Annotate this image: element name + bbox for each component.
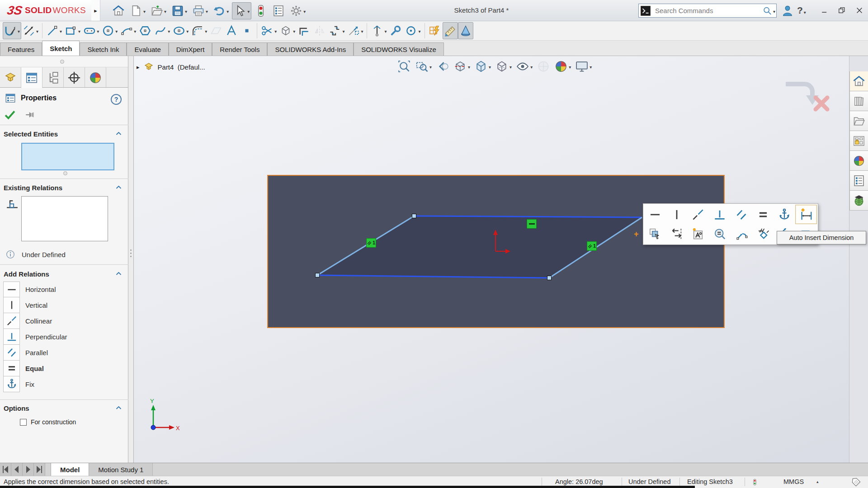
parallel-relation-badge[interactable]: 1 — [587, 241, 597, 251]
home-button[interactable] — [110, 2, 127, 19]
select-cursor-button[interactable] — [232, 2, 251, 19]
sketch-plane[interactable] — [267, 175, 725, 328]
settings-gear-button[interactable] — [288, 2, 307, 19]
dropdown-arrow-icon[interactable] — [247, 8, 250, 14]
chevron-up-icon[interactable] — [115, 404, 123, 412]
display-manager-tab-button[interactable] — [85, 67, 106, 88]
point-button[interactable] — [239, 22, 255, 39]
tag-icon[interactable] — [851, 477, 861, 488]
parallel-relation-button[interactable] — [731, 205, 752, 224]
convert-entities-button[interactable] — [278, 22, 297, 39]
menu-expander-arrow-icon[interactable] — [91, 0, 100, 21]
fillet-button[interactable] — [190, 22, 208, 39]
minimize-button[interactable] — [825, 43, 834, 52]
previous-view-button[interactable] — [435, 59, 450, 74]
dropdown-arrow-icon[interactable] — [418, 28, 420, 34]
dropdown-arrow-icon[interactable] — [186, 28, 189, 34]
sketch-tab[interactable]: Sketch — [42, 41, 80, 56]
plane-button[interactable] — [208, 22, 224, 39]
model-tab[interactable]: Model — [51, 463, 89, 476]
dimxpert-tab[interactable]: DimXpert — [169, 42, 212, 56]
cancel-sketch-x-icon[interactable] — [816, 98, 827, 109]
dropdown-arrow-icon[interactable] — [60, 28, 62, 34]
dropdown-arrow-icon[interactable] — [143, 8, 146, 14]
dropdown-arrow-icon[interactable] — [293, 28, 295, 34]
shaded-contours-button[interactable] — [458, 22, 473, 39]
dropdown-arrow-icon[interactable] — [509, 63, 512, 70]
restore-button[interactable] — [840, 43, 849, 52]
list-item[interactable] — [22, 153, 113, 162]
pin-icon[interactable] — [24, 109, 36, 121]
exit-sketch-arrow-icon[interactable] — [786, 84, 819, 105]
list-resize-handle[interactable] — [63, 171, 67, 175]
collinear-relation-button[interactable] — [688, 205, 709, 224]
dropdown-arrow-icon[interactable] — [569, 63, 571, 70]
equal-relation-button[interactable]: Equal — [3, 361, 67, 376]
rectangle-button[interactable] — [63, 22, 82, 39]
dropdown-arrow-icon[interactable] — [361, 28, 363, 34]
solidworks-visualize-tab[interactable]: SOLIDWORKS Visualize — [354, 42, 444, 56]
window-close-button[interactable] — [851, 0, 868, 21]
instant2d-button[interactable] — [443, 22, 458, 39]
configuration-manager-tab-button[interactable] — [42, 67, 64, 88]
dropdown-arrow-icon[interactable] — [429, 63, 432, 70]
nav-prev-button[interactable] — [11, 463, 23, 476]
dropdown-arrow-icon[interactable] — [226, 8, 229, 14]
dropdown-arrow-icon[interactable] — [168, 28, 170, 34]
window-restore-button[interactable] — [834, 0, 850, 21]
custom-properties-button[interactable] — [849, 171, 868, 191]
help-dropdown-arrow-icon[interactable] — [804, 6, 806, 15]
dropdown-arrow-icon[interactable] — [164, 8, 166, 14]
pin-pane-button[interactable] — [809, 43, 818, 52]
dropdown-arrow-icon[interactable] — [206, 8, 208, 14]
close-button[interactable] — [855, 43, 864, 52]
equal-relation-button[interactable] — [752, 205, 774, 224]
curved-arrow-button[interactable] — [731, 224, 752, 244]
nav-last-button[interactable] — [34, 463, 45, 476]
list-item[interactable] — [22, 144, 113, 153]
dropdown-arrow-icon[interactable] — [590, 63, 592, 70]
help-button[interactable]: ? — [797, 3, 806, 18]
dropdown-arrow-icon[interactable] — [97, 28, 99, 34]
sketch-button[interactable] — [3, 22, 21, 39]
trim-button[interactable] — [259, 22, 278, 39]
perpendicular-relation-button[interactable]: Perpendicular — [3, 329, 67, 345]
perpendicular-relation-button[interactable] — [709, 205, 731, 224]
display-style-button[interactable] — [495, 59, 512, 74]
section-view-button[interactable] — [453, 59, 471, 74]
view-orientation-button[interactable] — [474, 59, 491, 74]
arc-button[interactable] — [119, 22, 137, 39]
zoom-fit-button[interactable] — [397, 59, 411, 74]
property-manager-tab-button[interactable] — [21, 67, 42, 88]
graphics-viewport[interactable]: Part4 (Defaul... — [134, 56, 849, 463]
horizontal-relation-button[interactable] — [644, 205, 666, 224]
offset-button[interactable] — [297, 22, 312, 39]
slot-button[interactable] — [82, 22, 100, 39]
magnifier-equal-button[interactable] — [709, 224, 731, 244]
resources-globe-button[interactable] — [849, 191, 868, 211]
dropdown-arrow-icon[interactable] — [205, 28, 207, 34]
breadcrumb[interactable]: Part4 (Defaul... — [137, 61, 205, 72]
window-minimize-button[interactable] — [816, 0, 833, 21]
dimxpert-manager-tab-button[interactable] — [64, 67, 85, 88]
polygon-button[interactable] — [137, 22, 153, 39]
user-account-icon[interactable] — [781, 4, 794, 17]
smart-dimension-button[interactable] — [21, 22, 40, 39]
dropdown-arrow-icon[interactable] — [530, 63, 533, 70]
existing-relations-list[interactable] — [21, 196, 108, 241]
panel-help-button[interactable]: ? — [111, 94, 122, 105]
resources-books-button[interactable] — [849, 91, 868, 111]
dropdown-arrow-icon[interactable] — [489, 63, 491, 70]
spline-button[interactable] — [153, 22, 171, 39]
repair-sketch-button[interactable] — [388, 22, 403, 39]
render-tools-tab[interactable]: Render Tools — [212, 42, 267, 56]
search-input[interactable] — [651, 7, 762, 14]
hide-show-button[interactable] — [515, 59, 533, 74]
diamond-hash-button[interactable] — [752, 224, 774, 244]
scene-button[interactable] — [575, 59, 592, 74]
chevron-up-icon[interactable] — [115, 270, 123, 277]
fix-relation-button[interactable]: Fix — [3, 376, 67, 392]
zoom-area-button[interactable] — [415, 59, 432, 74]
circle-button[interactable] — [100, 22, 119, 39]
horizontal-relation-badge[interactable] — [527, 219, 537, 229]
